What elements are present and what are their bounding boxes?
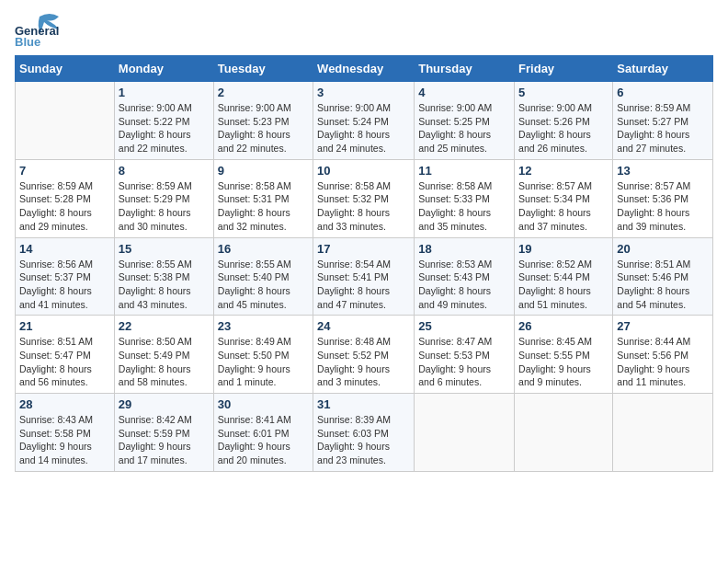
- week-row-5: 28Sunrise: 8:43 AMSunset: 5:58 PMDayligh…: [16, 394, 713, 472]
- calendar-cell: 25Sunrise: 8:47 AMSunset: 5:53 PMDayligh…: [415, 316, 515, 394]
- day-info: Sunrise: 8:47 AMSunset: 5:53 PMDaylight:…: [418, 335, 510, 389]
- day-info: Sunrise: 9:00 AMSunset: 5:23 PMDaylight:…: [218, 101, 309, 155]
- day-info: Sunrise: 8:43 AMSunset: 5:58 PMDaylight:…: [19, 413, 110, 467]
- calendar-cell: [515, 394, 613, 472]
- day-number: 22: [119, 319, 210, 333]
- day-number: 14: [19, 242, 110, 256]
- calendar-cell: 15Sunrise: 8:55 AMSunset: 5:38 PMDayligh…: [114, 237, 213, 316]
- day-number: 15: [119, 242, 210, 256]
- calendar-cell: 12Sunrise: 8:57 AMSunset: 5:34 PMDayligh…: [515, 159, 613, 237]
- calendar-cell: 16Sunrise: 8:55 AMSunset: 5:40 PMDayligh…: [213, 237, 313, 316]
- week-row-4: 21Sunrise: 8:51 AMSunset: 5:47 PMDayligh…: [16, 316, 713, 394]
- logo: General Blue: [15, 9, 64, 48]
- day-info: Sunrise: 8:57 AMSunset: 5:36 PMDaylight:…: [617, 179, 709, 234]
- calendar-cell: 14Sunrise: 8:56 AMSunset: 5:37 PMDayligh…: [16, 237, 115, 316]
- day-number: 20: [617, 242, 709, 256]
- calendar-cell: 29Sunrise: 8:42 AMSunset: 5:59 PMDayligh…: [114, 394, 213, 472]
- day-number: 13: [617, 164, 709, 178]
- day-info: Sunrise: 8:58 AMSunset: 5:32 PMDaylight:…: [317, 179, 410, 234]
- day-number: 26: [518, 319, 609, 333]
- logo-icon: General Blue: [15, 9, 64, 48]
- day-number: 4: [418, 86, 510, 99]
- day-info: Sunrise: 8:51 AMSunset: 5:47 PMDaylight:…: [19, 335, 110, 389]
- day-info: Sunrise: 9:00 AMSunset: 5:25 PMDaylight:…: [418, 101, 510, 155]
- column-header-saturday: Saturday: [613, 56, 713, 82]
- day-number: 29: [119, 397, 210, 411]
- day-number: 30: [218, 397, 309, 411]
- day-number: 3: [317, 86, 410, 99]
- day-number: 31: [317, 397, 410, 411]
- calendar-cell: 31Sunrise: 8:39 AMSunset: 6:03 PMDayligh…: [313, 394, 415, 472]
- calendar-cell: 13Sunrise: 8:57 AMSunset: 5:36 PMDayligh…: [613, 159, 713, 237]
- day-number: 25: [418, 319, 510, 333]
- calendar-cell: 1Sunrise: 9:00 AMSunset: 5:22 PMDaylight…: [114, 82, 213, 160]
- calendar-cell: [415, 394, 515, 472]
- day-info: Sunrise: 9:00 AMSunset: 5:22 PMDaylight:…: [119, 101, 210, 155]
- day-info: Sunrise: 8:54 AMSunset: 5:41 PMDaylight:…: [317, 258, 410, 312]
- day-info: Sunrise: 8:55 AMSunset: 5:38 PMDaylight:…: [119, 258, 210, 312]
- day-info: Sunrise: 9:00 AMSunset: 5:24 PMDaylight:…: [317, 101, 410, 155]
- calendar-cell: 6Sunrise: 8:59 AMSunset: 5:27 PMDaylight…: [613, 82, 713, 160]
- day-info: Sunrise: 8:39 AMSunset: 6:03 PMDaylight:…: [317, 413, 410, 467]
- day-number: 9: [218, 164, 309, 178]
- day-info: Sunrise: 8:44 AMSunset: 5:56 PMDaylight:…: [617, 335, 709, 389]
- day-info: Sunrise: 8:50 AMSunset: 5:49 PMDaylight:…: [119, 335, 210, 389]
- calendar-cell: 19Sunrise: 8:52 AMSunset: 5:44 PMDayligh…: [515, 237, 613, 316]
- column-header-tuesday: Tuesday: [213, 56, 313, 82]
- day-number: 16: [218, 242, 309, 256]
- column-header-wednesday: Wednesday: [313, 56, 415, 82]
- calendar-cell: 24Sunrise: 8:48 AMSunset: 5:52 PMDayligh…: [313, 316, 415, 394]
- calendar-cell: 26Sunrise: 8:45 AMSunset: 5:55 PMDayligh…: [515, 316, 613, 394]
- calendar-cell: 23Sunrise: 8:49 AMSunset: 5:50 PMDayligh…: [213, 316, 313, 394]
- day-number: 24: [317, 319, 410, 333]
- calendar-cell: [16, 82, 115, 160]
- day-info: Sunrise: 8:59 AMSunset: 5:29 PMDaylight:…: [119, 179, 210, 234]
- day-info: Sunrise: 8:55 AMSunset: 5:40 PMDaylight:…: [218, 258, 309, 312]
- svg-text:Blue: Blue: [15, 35, 40, 48]
- day-info: Sunrise: 8:56 AMSunset: 5:37 PMDaylight:…: [19, 258, 110, 312]
- calendar-cell: 5Sunrise: 9:00 AMSunset: 5:26 PMDaylight…: [515, 82, 613, 160]
- day-number: 6: [617, 86, 709, 99]
- calendar-cell: 7Sunrise: 8:59 AMSunset: 5:28 PMDaylight…: [16, 159, 115, 237]
- calendar-cell: 3Sunrise: 9:00 AMSunset: 5:24 PMDaylight…: [313, 82, 415, 160]
- week-row-2: 7Sunrise: 8:59 AMSunset: 5:28 PMDaylight…: [16, 159, 713, 237]
- day-info: Sunrise: 8:59 AMSunset: 5:28 PMDaylight:…: [19, 179, 110, 234]
- column-header-sunday: Sunday: [16, 56, 115, 82]
- day-info: Sunrise: 8:59 AMSunset: 5:27 PMDaylight:…: [617, 101, 709, 155]
- calendar-cell: 2Sunrise: 9:00 AMSunset: 5:23 PMDaylight…: [213, 82, 313, 160]
- page-container: General Blue SundayMondayTuesdayWednesda…: [0, 0, 728, 481]
- calendar-cell: 22Sunrise: 8:50 AMSunset: 5:49 PMDayligh…: [114, 316, 213, 394]
- week-row-1: 1Sunrise: 9:00 AMSunset: 5:22 PMDaylight…: [16, 82, 713, 160]
- day-info: Sunrise: 8:51 AMSunset: 5:46 PMDaylight:…: [617, 258, 709, 312]
- header: General Blue: [15, 9, 713, 48]
- day-info: Sunrise: 8:52 AMSunset: 5:44 PMDaylight:…: [518, 258, 609, 312]
- calendar-cell: 9Sunrise: 8:58 AMSunset: 5:31 PMDaylight…: [213, 159, 313, 237]
- calendar-cell: 20Sunrise: 8:51 AMSunset: 5:46 PMDayligh…: [613, 237, 713, 316]
- column-header-friday: Friday: [515, 56, 613, 82]
- calendar-body: 1Sunrise: 9:00 AMSunset: 5:22 PMDaylight…: [16, 82, 713, 472]
- calendar-cell: 11Sunrise: 8:58 AMSunset: 5:33 PMDayligh…: [415, 159, 515, 237]
- day-info: Sunrise: 8:45 AMSunset: 5:55 PMDaylight:…: [518, 335, 609, 389]
- column-headers-row: SundayMondayTuesdayWednesdayThursdayFrid…: [16, 56, 713, 82]
- day-info: Sunrise: 8:49 AMSunset: 5:50 PMDaylight:…: [218, 335, 309, 389]
- calendar-cell: 30Sunrise: 8:41 AMSunset: 6:01 PMDayligh…: [213, 394, 313, 472]
- day-number: 10: [317, 164, 410, 178]
- calendar-cell: 28Sunrise: 8:43 AMSunset: 5:58 PMDayligh…: [16, 394, 115, 472]
- day-info: Sunrise: 8:58 AMSunset: 5:33 PMDaylight:…: [418, 179, 510, 234]
- day-number: 28: [19, 397, 110, 411]
- calendar-table: SundayMondayTuesdayWednesdayThursdayFrid…: [15, 55, 713, 472]
- day-number: 11: [418, 164, 510, 178]
- day-info: Sunrise: 8:48 AMSunset: 5:52 PMDaylight:…: [317, 335, 410, 389]
- day-info: Sunrise: 8:42 AMSunset: 5:59 PMDaylight:…: [119, 413, 210, 467]
- day-number: 17: [317, 242, 410, 256]
- day-info: Sunrise: 9:00 AMSunset: 5:26 PMDaylight:…: [518, 101, 609, 155]
- day-info: Sunrise: 8:41 AMSunset: 6:01 PMDaylight:…: [218, 413, 309, 467]
- calendar-cell: 18Sunrise: 8:53 AMSunset: 5:43 PMDayligh…: [415, 237, 515, 316]
- day-number: 7: [19, 164, 110, 178]
- day-number: 21: [19, 319, 110, 333]
- calendar-cell: 17Sunrise: 8:54 AMSunset: 5:41 PMDayligh…: [313, 237, 415, 316]
- day-number: 27: [617, 319, 709, 333]
- calendar-cell: 27Sunrise: 8:44 AMSunset: 5:56 PMDayligh…: [613, 316, 713, 394]
- day-number: 5: [518, 86, 609, 99]
- day-number: 2: [218, 86, 309, 99]
